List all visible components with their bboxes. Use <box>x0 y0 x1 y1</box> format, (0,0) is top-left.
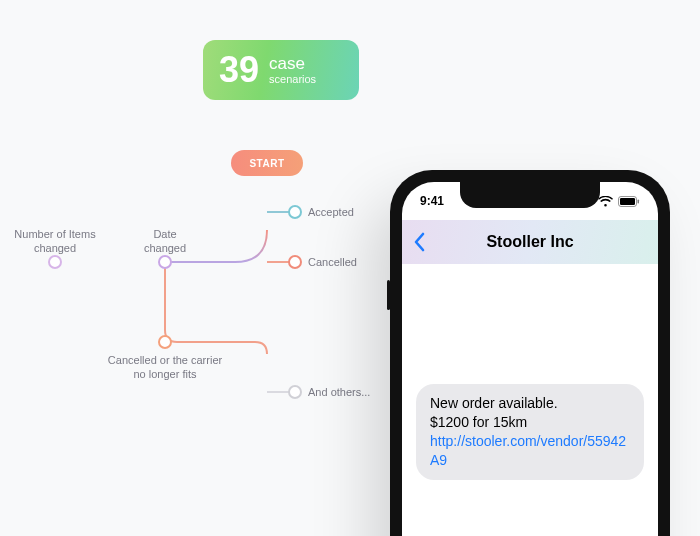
message-line2: $1200 for 15km <box>430 414 527 430</box>
chat-navbar: Stooller Inc <box>402 220 658 264</box>
label-others: And others... <box>308 386 370 400</box>
label-cancelled: Cancelled <box>308 256 357 270</box>
label-no-longer-fits: Cancelled or the carrier no longer fits <box>108 354 222 382</box>
flow-connectors <box>0 130 380 510</box>
case-scenarios-badge: 39 case scenarios <box>203 40 359 100</box>
status-time: 9:41 <box>420 194 444 208</box>
incoming-message: New order available. $1200 for 15km http… <box>416 384 644 480</box>
chat-area: New order available. $1200 for 15km http… <box>402 264 658 536</box>
badge-text: case scenarios <box>269 55 316 86</box>
wifi-icon <box>598 196 613 207</box>
chevron-left-icon <box>412 232 426 252</box>
node-no-longer-fits <box>158 335 172 349</box>
node-date-changed <box>158 255 172 269</box>
message-link[interactable]: http://stooler.com/vendor/55942A9 <box>430 433 626 468</box>
phone-frame: 9:41 Stooller Inc New order available. $… <box>390 170 670 536</box>
phone-screen: 9:41 Stooller Inc New order available. $… <box>402 182 658 536</box>
chat-title: Stooller Inc <box>486 233 573 251</box>
back-button[interactable] <box>412 220 426 264</box>
node-others <box>288 385 302 399</box>
start-node: START <box>231 150 303 176</box>
svg-rect-6 <box>638 199 640 203</box>
node-items-changed <box>48 255 62 269</box>
badge-count: 39 <box>219 52 259 88</box>
battery-icon <box>618 196 640 207</box>
svg-rect-5 <box>620 198 635 205</box>
node-accepted <box>288 205 302 219</box>
label-items-changed: Number of Items changed <box>14 228 95 256</box>
node-cancelled <box>288 255 302 269</box>
label-accepted: Accepted <box>308 206 354 220</box>
message-line1: New order available. <box>430 395 558 411</box>
phone-notch <box>460 182 600 208</box>
label-date-changed: Date changed <box>144 228 186 256</box>
flow-diagram: START Accepted Cancelled And others... D… <box>0 130 380 510</box>
